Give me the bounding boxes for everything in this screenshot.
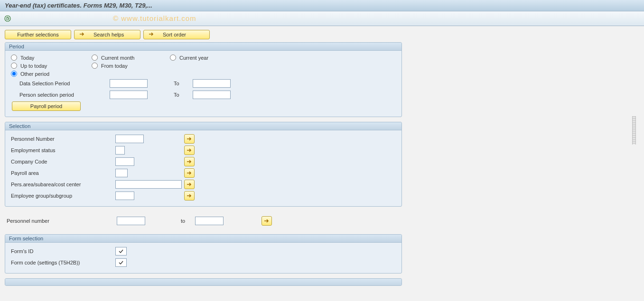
person-selection-to-input[interactable] (193, 91, 231, 99)
employee-group-label: Employee group/subgroup (11, 193, 115, 199)
employee-group-input[interactable] (115, 192, 134, 200)
search-helps-label: Search helps (93, 32, 124, 37)
pers-area-input[interactable] (115, 180, 182, 189)
payroll-area-input[interactable] (115, 169, 128, 177)
sort-order-label: Sort order (163, 32, 186, 37)
radio-today[interactable]: Today (11, 55, 92, 61)
personnel-number-input[interactable] (115, 135, 144, 143)
radio-other-period-label: Other period (20, 71, 49, 77)
sort-order-button[interactable]: Sort order (143, 30, 210, 39)
data-selection-to-input[interactable] (193, 79, 231, 88)
radio-up-to-today-label: Up to today (20, 63, 47, 69)
form-selection-group: Form selection Form's ID Form code (sett… (5, 234, 402, 274)
check-icon (118, 248, 124, 254)
period-header: Period (5, 43, 401, 51)
next-group-partial (5, 278, 402, 286)
person-selection-period-label: Person selection period (19, 92, 110, 98)
radio-current-month-label: Current month (101, 55, 134, 61)
forms-id-label: Form's ID (11, 248, 115, 254)
pers-area-label: Pers.area/subarea/cost center (11, 182, 115, 187)
forms-id-checkbox[interactable] (115, 247, 127, 255)
window-title-bar: Year-end (tax) certificates. Forms M29, … (0, 0, 644, 11)
payroll-area-multi-button[interactable] (184, 168, 195, 178)
splitter-handle[interactable] (632, 116, 636, 145)
radio-current-year-input[interactable] (170, 55, 176, 61)
radio-current-year-label: Current year (179, 55, 208, 61)
personnel-number-range-row: Personnel number to (7, 216, 639, 226)
radio-up-to-today[interactable]: Up to today (11, 63, 92, 69)
form-selection-header: Form selection (5, 235, 401, 243)
pers-area-multi-button[interactable] (184, 180, 195, 189)
arrow-right-icon (149, 32, 154, 37)
company-code-multi-button[interactable] (184, 157, 195, 166)
further-selections-button[interactable]: Further selections (5, 30, 71, 39)
personnel-number-label: Personnel Number (11, 136, 115, 142)
form-code-checkbox[interactable] (115, 258, 127, 267)
radio-current-month[interactable]: Current month (92, 55, 170, 61)
selection-group: Selection Personnel Number Employment st… (5, 122, 402, 207)
selection-header: Selection (5, 122, 401, 130)
radio-today-input[interactable] (11, 55, 17, 61)
radio-from-today-label: From today (101, 63, 128, 69)
to-label-1: To (174, 81, 193, 86)
personnel-number-from-input[interactable] (117, 217, 145, 225)
personnel-number-to-input[interactable] (195, 217, 224, 225)
check-icon (118, 260, 124, 265)
form-code-label: Form code (settings (T5H2B)) (11, 260, 115, 265)
data-selection-from-input[interactable] (110, 79, 148, 88)
radio-up-to-today-input[interactable] (11, 63, 17, 69)
personnel-number-loose-label: Personnel number (7, 218, 117, 224)
person-selection-from-input[interactable] (110, 91, 148, 99)
further-selections-label: Further selections (17, 32, 58, 37)
radio-other-period-input[interactable] (11, 71, 17, 77)
radio-other-period[interactable]: Other period (11, 71, 92, 77)
data-selection-period-label: Data Selection Period (19, 81, 110, 86)
radio-from-today[interactable]: From today (92, 63, 170, 69)
radio-today-label: Today (20, 55, 34, 61)
employment-status-input[interactable] (115, 146, 125, 155)
payroll-area-label: Payroll area (11, 170, 115, 176)
company-code-label: Company Code (11, 159, 115, 164)
app-toolbar (0, 11, 644, 26)
to-label-2: To (174, 92, 193, 98)
personnel-number-multi-button[interactable] (184, 134, 195, 144)
company-code-input[interactable] (115, 157, 134, 166)
radio-from-today-input[interactable] (92, 63, 98, 69)
arrow-right-icon (79, 32, 85, 37)
employee-group-multi-button[interactable] (184, 191, 195, 201)
radio-current-year[interactable]: Current year (170, 55, 241, 61)
main-content-scroll: Further selections Search helps Sort ord… (0, 26, 644, 301)
to-label-loose: to (181, 218, 195, 224)
period-group: Period Today Current month Current year (5, 42, 402, 117)
personnel-number-range-multi-button[interactable] (261, 216, 272, 226)
payroll-period-label: Payroll period (30, 103, 62, 109)
payroll-period-button[interactable]: Payroll period (12, 101, 81, 111)
search-helps-button[interactable]: Search helps (74, 30, 140, 39)
selection-buttons-row: Further selections Search helps Sort ord… (5, 30, 639, 39)
employment-status-label: Employment status (11, 147, 115, 153)
radio-current-month-input[interactable] (92, 55, 98, 61)
execute-icon[interactable] (4, 15, 11, 22)
employment-status-multi-button[interactable] (184, 146, 195, 155)
next-group-header (5, 279, 401, 286)
window-title: Year-end (tax) certificates. Forms M29, … (5, 2, 152, 9)
